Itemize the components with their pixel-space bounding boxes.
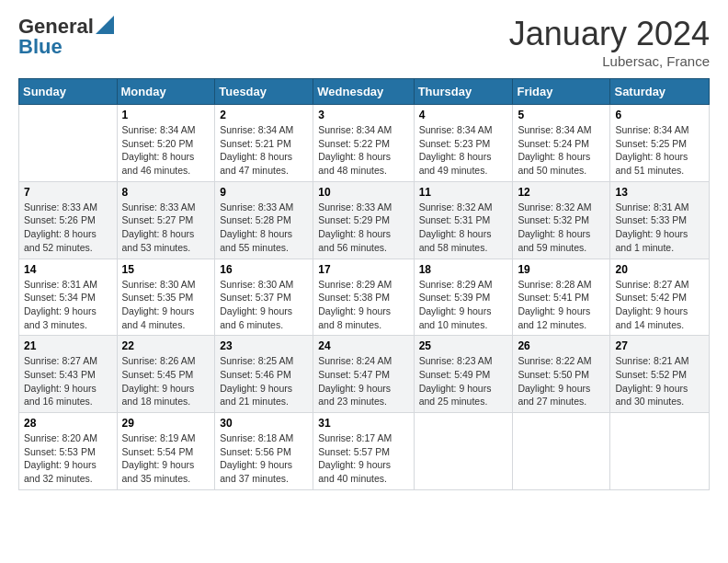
day-info-line: Sunrise: 8:34 AM xyxy=(122,124,196,135)
day-info: Sunrise: 8:30 AMSunset: 5:37 PMDaylight:… xyxy=(220,278,308,332)
day-info-line: Sunset: 5:24 PM xyxy=(518,138,589,149)
day-info-line: and 14 minutes. xyxy=(615,319,684,330)
day-info-line: Daylight: 9 hours xyxy=(220,305,292,316)
day-info-line: Sunrise: 8:34 AM xyxy=(318,124,392,135)
day-info: Sunrise: 8:34 AMSunset: 5:21 PMDaylight:… xyxy=(220,123,308,178)
day-info-line: Daylight: 9 hours xyxy=(220,383,292,394)
day-number: 1 xyxy=(122,109,210,121)
day-info-line: Sunset: 5:56 PM xyxy=(220,446,291,457)
day-info-line: Daylight: 8 hours xyxy=(220,228,292,239)
day-number: 31 xyxy=(318,417,408,430)
day-info-line: and 1 minute. xyxy=(615,242,674,253)
day-number: 25 xyxy=(419,339,508,352)
day-number: 13 xyxy=(615,186,704,199)
calendar-table: Sunday Monday Tuesday Wednesday Thursday… xyxy=(18,78,710,490)
header-saturday: Saturday xyxy=(610,79,710,105)
day-info: Sunrise: 8:28 AMSunset: 5:41 PMDaylight:… xyxy=(518,278,605,332)
day-info: Sunrise: 8:21 AMSunset: 5:52 PMDaylight:… xyxy=(615,354,704,408)
calendar-cell-w1-d3: 2Sunrise: 8:34 AMSunset: 5:21 PMDaylight… xyxy=(215,105,313,182)
day-info-line: and 47 minutes. xyxy=(220,165,289,176)
day-info-line: Sunset: 5:45 PM xyxy=(122,369,194,380)
day-info-line: Sunrise: 8:33 AM xyxy=(122,201,196,213)
day-info-line: and 4 minutes. xyxy=(122,319,186,330)
day-info: Sunrise: 8:25 AMSunset: 5:46 PMDaylight:… xyxy=(220,354,308,408)
calendar-cell-w4-d4: 24Sunrise: 8:24 AMSunset: 5:47 PMDayligh… xyxy=(313,336,414,413)
day-info-line: Sunrise: 8:34 AM xyxy=(518,124,591,135)
calendar-cell-w5-d2: 29Sunrise: 8:19 AMSunset: 5:54 PMDayligh… xyxy=(117,413,215,490)
calendar-cell-w3-d6: 19Sunrise: 8:28 AMSunset: 5:41 PMDayligh… xyxy=(513,259,610,336)
calendar-cell-w5-d1: 28Sunrise: 8:20 AMSunset: 5:53 PMDayligh… xyxy=(19,413,118,490)
day-info-line: and 56 minutes. xyxy=(318,242,387,253)
calendar-cell-w4-d6: 26Sunrise: 8:22 AMSunset: 5:50 PMDayligh… xyxy=(513,336,610,413)
day-info-line: and 3 minutes. xyxy=(24,319,87,330)
location: Lubersac, France xyxy=(509,53,710,69)
day-info-line: Daylight: 8 hours xyxy=(615,151,688,162)
day-number: 4 xyxy=(419,109,508,121)
header-wednesday: Wednesday xyxy=(313,79,414,105)
day-info-line: Sunset: 5:50 PM xyxy=(518,369,589,380)
day-info-line: Sunrise: 8:22 AM xyxy=(518,355,591,366)
day-info-line: and 53 minutes. xyxy=(122,242,191,253)
day-info-line: Daylight: 8 hours xyxy=(318,228,391,239)
calendar-cell-w2-d6: 12Sunrise: 8:32 AMSunset: 5:32 PMDayligh… xyxy=(513,181,610,259)
day-info-line: Sunset: 5:53 PM xyxy=(24,446,96,457)
day-number: 27 xyxy=(615,339,704,352)
day-info-line: Sunset: 5:25 PM xyxy=(615,138,687,149)
day-info-line: Daylight: 9 hours xyxy=(122,305,195,316)
day-info-line: Daylight: 9 hours xyxy=(122,383,195,394)
day-info-line: Sunrise: 8:24 AM xyxy=(318,355,392,366)
logo-icon xyxy=(96,16,114,34)
day-info: Sunrise: 8:27 AMSunset: 5:43 PMDaylight:… xyxy=(24,354,112,408)
day-info-line: Daylight: 9 hours xyxy=(518,383,590,394)
day-info-line: Sunrise: 8:29 AM xyxy=(419,279,493,290)
day-info-line: Sunset: 5:39 PM xyxy=(419,292,491,303)
day-info-line: Sunrise: 8:19 AM xyxy=(122,432,196,443)
calendar-cell-w4-d2: 22Sunrise: 8:26 AMSunset: 5:45 PMDayligh… xyxy=(117,336,215,413)
day-info-line: and 23 minutes. xyxy=(318,396,387,407)
day-info-line: Daylight: 8 hours xyxy=(518,151,590,162)
day-info-line: Daylight: 9 hours xyxy=(419,383,492,394)
day-info-line: Daylight: 9 hours xyxy=(24,459,97,470)
day-info-line: Sunrise: 8:32 AM xyxy=(518,201,591,213)
day-info: Sunrise: 8:34 AMSunset: 5:22 PMDaylight:… xyxy=(318,123,408,178)
calendar-cell-w3-d1: 14Sunrise: 8:31 AMSunset: 5:34 PMDayligh… xyxy=(19,259,118,336)
day-info-line: Daylight: 9 hours xyxy=(318,383,391,394)
day-info-line: Sunset: 5:23 PM xyxy=(419,138,491,149)
header-thursday: Thursday xyxy=(414,79,513,105)
calendar-cell-w1-d1 xyxy=(19,105,118,182)
day-info-line: and 37 minutes. xyxy=(220,473,289,484)
calendar-cell-w1-d4: 3Sunrise: 8:34 AMSunset: 5:22 PMDaylight… xyxy=(313,105,414,182)
day-info-line: and 55 minutes. xyxy=(220,242,289,253)
day-number: 26 xyxy=(518,339,605,352)
day-info-line: and 51 minutes. xyxy=(615,165,684,176)
day-info-line: Sunrise: 8:23 AM xyxy=(419,355,493,366)
day-info-line: Daylight: 8 hours xyxy=(220,151,292,162)
logo: General Blue xyxy=(18,15,114,59)
day-info-line: Sunset: 5:20 PM xyxy=(122,138,194,149)
calendar-cell-w5-d7 xyxy=(610,413,710,490)
calendar-cell-w4-d5: 25Sunrise: 8:23 AMSunset: 5:49 PMDayligh… xyxy=(414,336,513,413)
day-info-line: Sunrise: 8:31 AM xyxy=(615,201,688,213)
day-info-line: Sunrise: 8:26 AM xyxy=(122,355,196,366)
day-info-line: Sunrise: 8:25 AM xyxy=(220,355,293,366)
day-number: 22 xyxy=(122,339,210,352)
day-info-line: and 30 minutes. xyxy=(615,396,684,407)
day-info-line: and 8 minutes. xyxy=(318,319,381,330)
day-info-line: Sunrise: 8:27 AM xyxy=(615,279,688,290)
day-info-line: Daylight: 9 hours xyxy=(318,459,391,470)
day-info: Sunrise: 8:18 AMSunset: 5:56 PMDaylight:… xyxy=(220,431,308,486)
day-info: Sunrise: 8:20 AMSunset: 5:53 PMDaylight:… xyxy=(24,431,112,486)
day-info: Sunrise: 8:31 AMSunset: 5:34 PMDaylight:… xyxy=(24,278,112,332)
day-number: 7 xyxy=(24,186,112,199)
day-info-line: and 21 minutes. xyxy=(220,396,289,407)
day-number: 30 xyxy=(220,417,308,430)
day-info: Sunrise: 8:17 AMSunset: 5:57 PMDaylight:… xyxy=(318,431,408,486)
day-info: Sunrise: 8:34 AMSunset: 5:24 PMDaylight:… xyxy=(518,123,605,178)
day-number: 28 xyxy=(24,417,112,430)
day-info-line: Daylight: 9 hours xyxy=(24,383,97,394)
day-number: 10 xyxy=(318,186,408,199)
day-info-line: Sunset: 5:52 PM xyxy=(615,369,687,380)
header-tuesday: Tuesday xyxy=(215,79,313,105)
day-info-line: and 59 minutes. xyxy=(518,242,586,253)
day-info-line: Sunset: 5:54 PM xyxy=(122,446,194,457)
